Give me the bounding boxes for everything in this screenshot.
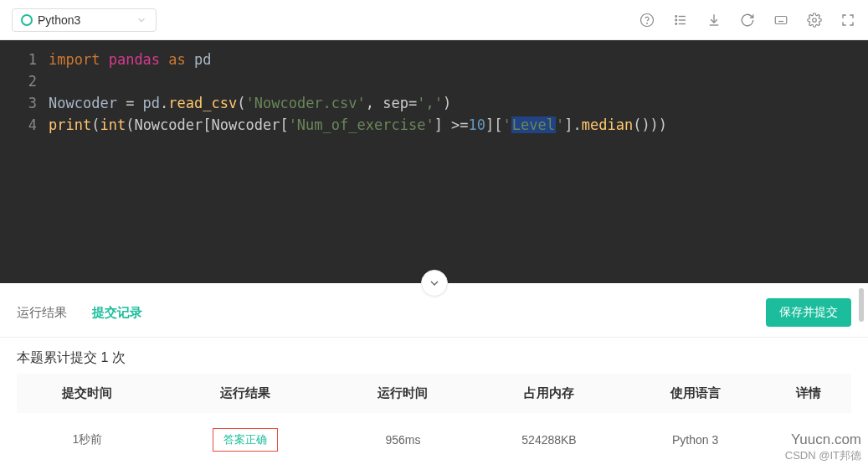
code-line: 3 Nowcoder = pd.read_csv('Nowcoder.csv',… — [0, 92, 868, 114]
cell-detail[interactable] — [766, 413, 851, 467]
cell-result: 答案正确 — [158, 413, 333, 467]
svg-rect-9 — [775, 16, 787, 23]
code-line: 4 print(int(Nowcoder[Nowcoder['Num_of_ex… — [0, 114, 868, 136]
code-editor[interactable]: 1 import pandas as pd 2 3 Nowcoder = pd.… — [0, 40, 868, 283]
svg-point-7 — [675, 23, 677, 24]
collapse-handle[interactable] — [421, 270, 448, 297]
tab-run-result[interactable]: 运行结果 — [17, 305, 67, 321]
col-language: 使用语言 — [624, 374, 766, 413]
line-number: 1 — [0, 49, 49, 70]
language-ring-icon — [21, 14, 33, 26]
col-memory: 占用内存 — [474, 374, 625, 413]
language-label: Python3 — [38, 13, 80, 27]
save-submit-button[interactable]: 保存并提交 — [766, 298, 851, 327]
keyboard-icon[interactable] — [773, 12, 789, 28]
code-line: 1 import pandas as pd — [0, 49, 868, 70]
gear-icon[interactable] — [806, 12, 823, 28]
result-badge[interactable]: 答案正确 — [213, 428, 278, 452]
help-icon[interactable] — [639, 12, 655, 28]
tab-submit-record[interactable]: 提交记录 — [92, 305, 142, 321]
cell-memory: 524288KB — [474, 413, 625, 467]
fullscreen-icon[interactable] — [840, 12, 856, 28]
code-line: 2 — [0, 70, 868, 92]
svg-point-0 — [641, 13, 654, 26]
list-icon[interactable] — [672, 12, 689, 28]
line-number: 4 — [0, 114, 49, 136]
submission-summary: 本题累计提交 1 次 — [0, 338, 868, 374]
refresh-icon[interactable] — [739, 12, 756, 28]
line-number: 3 — [0, 92, 49, 114]
line-number: 2 — [0, 70, 49, 92]
cell-language: Python 3 — [624, 413, 766, 467]
scrollbar-thumb[interactable] — [859, 288, 864, 322]
col-time: 提交时间 — [17, 374, 158, 413]
col-detail: 详情 — [766, 374, 851, 413]
table-row: 1秒前 答案正确 956ms 524288KB Python 3 — [17, 413, 851, 467]
cell-time: 1秒前 — [17, 413, 158, 467]
col-runtime: 运行时间 — [332, 374, 474, 413]
col-result: 运行结果 — [158, 374, 333, 413]
table-header-row: 提交时间 运行结果 运行时间 占用内存 使用语言 详情 — [17, 374, 851, 413]
language-selector[interactable]: Python3 — [12, 8, 157, 32]
submission-table: 提交时间 运行结果 运行时间 占用内存 使用语言 详情 1秒前 答案正确 956… — [0, 374, 868, 467]
chevron-down-icon — [136, 14, 147, 26]
svg-point-5 — [675, 15, 677, 17]
toolbar-actions — [639, 12, 856, 28]
top-toolbar: Python3 — [0, 0, 868, 40]
svg-point-14 — [813, 18, 817, 22]
cell-runtime: 956ms — [332, 413, 474, 467]
svg-point-6 — [675, 19, 677, 21]
download-icon[interactable] — [706, 12, 722, 28]
svg-point-1 — [647, 23, 648, 23]
